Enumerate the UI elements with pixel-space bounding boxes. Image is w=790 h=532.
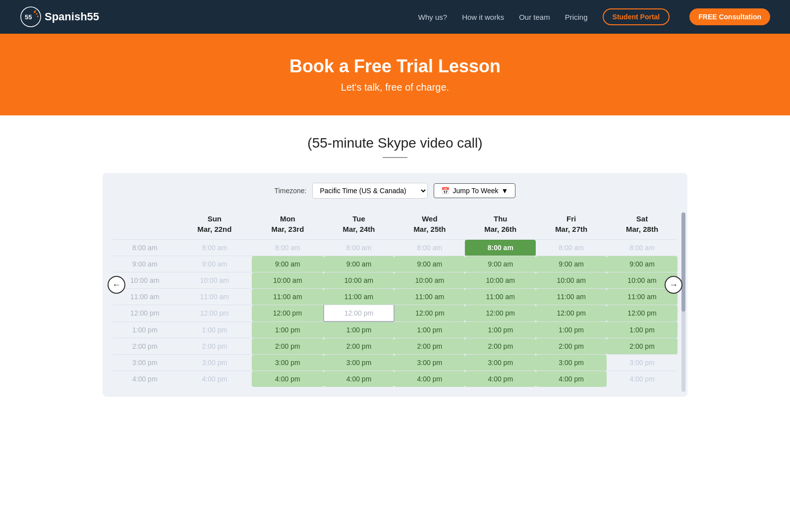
time-slot[interactable]: 3:00 pm [324,355,395,371]
jump-to-week-button[interactable]: 📅 Jump To Week ▼ [434,183,515,198]
day-header-sun: Sun Mar, 22nd [177,209,252,240]
time-slot[interactable]: 11:00 am [394,289,465,305]
prev-week-button[interactable]: ← [108,276,125,294]
time-slot[interactable]: 4:00 pm [324,371,395,387]
time-slot: 2:00 pm [177,338,252,355]
time-slot: 8:00 am [394,240,465,256]
time-slot[interactable]: 4:00 pm [394,371,465,387]
time-slot[interactable]: 9:00 am [394,256,465,272]
time-slot[interactable]: 12:00 pm [607,305,677,322]
time-slot[interactable]: 11:00 am [252,289,323,305]
time-row: 12:00 pm12:00 pm12:00 pm12:00 pm12:00 pm… [113,305,677,322]
time-slot[interactable]: 10:00 am [252,272,323,289]
time-slot[interactable]: 8:00 am [465,240,536,256]
nav-how-it-works[interactable]: How it works [462,13,504,21]
time-slot[interactable]: 11:00 am [324,289,395,305]
time-slot: 1:00 pm [177,321,252,338]
time-slot[interactable]: 2:00 pm [394,338,465,355]
time-slot[interactable]: 12:00 pm [465,305,536,322]
time-slot[interactable]: 10:00 am [324,272,395,289]
time-slot[interactable]: 2:00 pm [607,338,677,355]
scrollbar-thumb[interactable] [681,213,685,312]
scheduler-header: Timezone: Pacific Time (US & Canada) Mou… [113,183,677,199]
time-label: 8:00 am [113,240,177,256]
time-slot[interactable]: 4:00 pm [465,371,536,387]
time-row: 8:00 am8:00 am8:00 am8:00 am8:00 am8:00 … [113,240,677,256]
time-row: 3:00 pm3:00 pm3:00 pm3:00 pm3:00 pm3:00 … [113,355,677,371]
calendar-header-row: Sun Mar, 22nd Mon Mar, 23rd Tue Mar, 24t… [113,209,677,240]
time-label: 4:00 pm [113,371,177,387]
time-slot[interactable]: 9:00 am [252,256,323,272]
time-slot[interactable]: 3:00 pm [252,355,323,371]
divider [383,157,407,158]
time-slot: 3:00 pm [607,355,677,371]
day-header-sat: Sat Mar, 28th [607,209,677,240]
time-slot: 3:00 pm [177,355,252,371]
time-slot: 8:00 am [177,240,252,256]
calendar-table: Sun Mar, 22nd Mon Mar, 23rd Tue Mar, 24t… [113,209,677,387]
time-slot[interactable]: 12:00 pm [252,305,323,322]
time-label: 9:00 am [113,256,177,272]
svg-text:55: 55 [25,13,32,21]
jump-to-week-label: Jump To Week [452,187,498,195]
time-slot[interactable]: 10:00 am [394,272,465,289]
time-slot[interactable]: 9:00 am [324,256,395,272]
svg-point-5 [35,10,36,11]
time-slot: 8:00 am [607,240,677,256]
time-slot[interactable]: 12:00 pm [536,305,607,322]
scrollbar-track[interactable] [681,213,685,392]
svg-point-2 [34,11,36,13]
day-header-thu: Thu Mar, 26th [465,209,536,240]
time-slot[interactable]: 12:00 pm [324,305,395,322]
time-slot[interactable]: 2:00 pm [465,338,536,355]
time-slot[interactable]: 2:00 pm [536,338,607,355]
time-row: 4:00 pm4:00 pm4:00 pm4:00 pm4:00 pm4:00 … [113,371,677,387]
time-slot[interactable]: 9:00 am [536,256,607,272]
time-slot[interactable]: 12:00 pm [394,305,465,322]
main-content: (55-minute Skype video call) ← → Timezon… [73,115,717,417]
navigation: 55 Spanish55 Why us? How it works Our te… [0,0,790,34]
time-slot[interactable]: 9:00 am [465,256,536,272]
time-slot: 8:00 am [536,240,607,256]
logo-text: Spanish55 [45,10,99,23]
time-slot[interactable]: 1:00 pm [324,321,395,338]
chevron-down-icon: ▼ [502,187,508,195]
time-slot[interactable]: 1:00 pm [394,321,465,338]
time-slot[interactable]: 1:00 pm [536,321,607,338]
nav-pricing[interactable]: Pricing [565,13,588,21]
day-header-mon: Mon Mar, 23rd [252,209,323,240]
time-slot[interactable]: 11:00 am [536,289,607,305]
time-slot[interactable]: 3:00 pm [394,355,465,371]
time-column-header [113,209,177,240]
time-slot: 4:00 pm [177,371,252,387]
time-label: 3:00 pm [113,355,177,371]
time-slot[interactable]: 3:00 pm [536,355,607,371]
time-slot[interactable]: 4:00 pm [252,371,323,387]
day-header-wed: Wed Mar, 25th [394,209,465,240]
nav-why-us[interactable]: Why us? [418,13,447,21]
time-slot[interactable]: 1:00 pm [607,321,677,338]
svg-point-3 [36,13,38,15]
next-week-button[interactable]: → [665,276,682,294]
student-portal-button[interactable]: Student Portal [603,8,670,25]
time-slot: 10:00 am [177,272,252,289]
time-slot[interactable]: 10:00 am [536,272,607,289]
time-slot[interactable]: 2:00 pm [324,338,395,355]
time-slot[interactable]: 1:00 pm [465,321,536,338]
time-slot: 11:00 am [177,289,252,305]
nav-our-team[interactable]: Our team [519,13,550,21]
time-slot[interactable]: 2:00 pm [252,338,323,355]
time-slot[interactable]: 11:00 am [465,289,536,305]
timezone-select[interactable]: Pacific Time (US & Canada) Mountain Time… [312,183,428,199]
time-slot[interactable]: 10:00 am [465,272,536,289]
time-slot[interactable]: 9:00 am [607,256,677,272]
time-label: 1:00 pm [113,321,177,338]
free-consultation-button[interactable]: FREE Consultation [689,8,770,25]
time-slot[interactable]: 3:00 pm [465,355,536,371]
day-header-tue: Tue Mar, 24th [324,209,395,240]
time-row: 11:00 am11:00 am11:00 am11:00 am11:00 am… [113,289,677,305]
hero-section: Book a Free Trial Lesson Let's talk, fre… [0,34,790,115]
time-slot[interactable]: 1:00 pm [252,321,323,338]
calendar-icon: 📅 [441,187,450,195]
time-slot[interactable]: 4:00 pm [536,371,607,387]
